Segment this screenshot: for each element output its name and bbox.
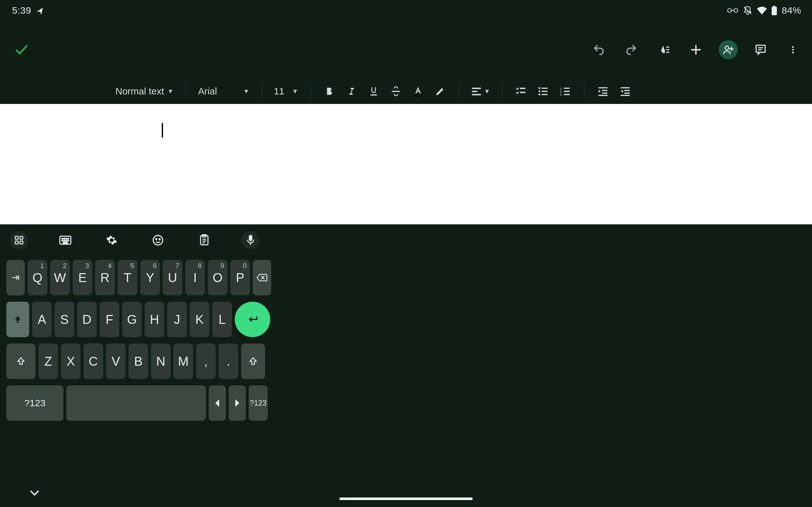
keyboard-keys: Q1W2E3R4T5Y6U7I8O9P0 ASDFGHJKL ZXCVBNM,. [6,260,272,427]
key-enter[interactable] [235,302,270,337]
keyboard-toolbar [5,224,259,256]
svg-point-16 [792,46,794,48]
key-arrow-left[interactable] [209,385,226,421]
svg-rect-36 [564,91,570,92]
font-size-dropdown[interactable]: 11 ▼ [269,78,303,104]
key-c[interactable]: C [84,343,103,379]
key-m[interactable]: M [173,343,193,379]
key-u[interactable]: U7 [163,260,183,295]
svg-text:3: 3 [560,93,562,96]
key-shift-left[interactable] [6,343,36,379]
more-options-button[interactable] [783,40,803,59]
keyboard-settings-button[interactable] [103,231,120,249]
checklist-button[interactable] [510,78,532,104]
key-comma[interactable]: , [196,343,216,379]
key-x[interactable]: X [61,343,81,379]
decrease-indent-button[interactable] [592,78,614,104]
font-dropdown[interactable]: Arial ▼ [194,78,254,104]
key-a[interactable]: A [32,302,52,337]
format-toolbar: Normal text ▼ Arial ▼ 11 ▼ ▼ 123 [0,78,812,104]
key-i[interactable]: I8 [185,260,205,295]
virtual-keyboard: Q1W2E3R4T5Y6U7I8O9P0 ASDFGHJKL ZXCVBNM,. [0,224,812,507]
key-space[interactable] [66,385,206,421]
key-period[interactable]: . [218,343,238,379]
svg-rect-4 [774,6,775,7]
svg-rect-43 [621,87,629,89]
svg-rect-28 [542,88,548,89]
nav-handle[interactable] [339,498,473,500]
svg-rect-13 [756,45,765,52]
numbered-list-button[interactable]: 123 [554,78,576,104]
align-dropdown[interactable]: ▼ [467,78,494,104]
insert-button[interactable] [687,40,705,59]
svg-rect-49 [15,241,18,244]
key-h[interactable]: H [145,302,164,337]
location-icon [37,6,45,14]
key-l[interactable]: L [212,302,232,337]
redo-button[interactable] [622,40,641,59]
document-canvas[interactable] [0,104,812,224]
key-shift-right[interactable] [241,343,265,379]
svg-rect-5 [666,47,669,48]
comments-button[interactable] [751,40,770,59]
key-f[interactable]: F [100,302,119,337]
key-q[interactable]: Q1 [28,260,47,295]
key-y[interactable]: Y6 [140,260,160,295]
key-p[interactable]: P0 [230,260,250,295]
svg-rect-48 [20,236,23,239]
text-color-button[interactable] [407,78,429,104]
keyboard-layout-button[interactable] [56,231,74,249]
key-k[interactable]: K [190,302,209,337]
key-z[interactable]: Z [38,343,58,379]
key-symbols-left[interactable]: ?123 [6,385,63,421]
keyboard-collapse-button[interactable] [29,489,40,498]
key-g[interactable]: G [122,302,142,337]
svg-point-18 [792,52,794,54]
svg-rect-40 [602,90,608,91]
key-b[interactable]: B [129,343,148,379]
svg-rect-7 [666,52,669,53]
keyboard-apps-button[interactable] [10,231,28,249]
bulleted-list-button[interactable] [532,78,554,104]
separator [261,84,262,99]
key-d[interactable]: D [77,302,97,337]
svg-rect-47 [15,236,18,239]
strikethrough-button[interactable] [385,78,407,104]
key-caps-lock[interactable] [6,302,29,337]
key-o[interactable]: O9 [208,260,227,295]
key-e[interactable]: E3 [72,260,92,295]
key-w[interactable]: W2 [50,260,70,295]
italic-button[interactable] [340,78,362,104]
vpn-key-icon [727,7,739,14]
key-n[interactable]: N [151,343,171,379]
key-tab[interactable] [6,260,25,295]
key-t[interactable]: T5 [118,260,137,295]
key-symbols-right[interactable]: ?123 [249,385,268,421]
keyboard-clipboard-button[interactable] [195,231,213,249]
key-s[interactable]: S [55,302,74,337]
svg-rect-34 [564,88,570,89]
app-bar [0,21,812,78]
key-arrow-right[interactable] [229,385,246,421]
text-format-button[interactable] [654,40,673,59]
svg-rect-30 [542,91,548,92]
highlight-button[interactable] [429,78,451,104]
key-r[interactable]: R4 [95,260,115,295]
svg-rect-42 [599,95,607,96]
key-v[interactable]: V [106,343,125,379]
undo-button[interactable] [589,40,608,59]
confirm-button[interactable] [12,40,31,59]
key-backspace[interactable] [253,260,271,295]
underline-button[interactable] [362,78,385,104]
paragraph-style-dropdown[interactable]: Normal text ▼ [111,78,178,104]
svg-point-53 [64,238,65,239]
svg-rect-41 [602,93,608,94]
bold-button[interactable] [318,78,340,104]
keyboard-mic-button[interactable] [242,231,259,249]
svg-rect-32 [542,94,548,95]
share-button[interactable] [719,40,738,59]
increase-indent-button[interactable] [614,78,636,104]
key-j[interactable]: J [167,302,187,337]
svg-rect-69 [249,235,252,241]
keyboard-emoji-button[interactable] [149,231,167,249]
